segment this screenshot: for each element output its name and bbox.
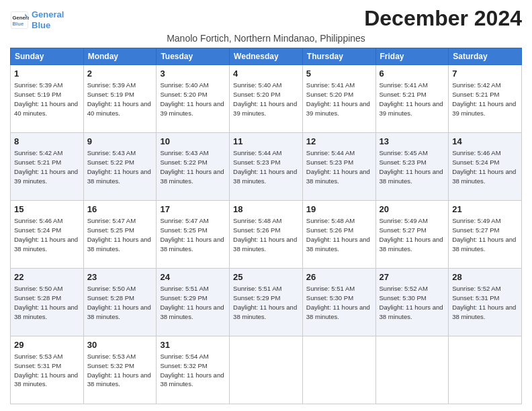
day-info: Sunrise: 5:51 AM Sunset: 5:30 PM Dayligh… <box>306 284 372 321</box>
day-number: 17 <box>160 203 226 216</box>
calendar-cell: 6 Sunrise: 5:41 AM Sunset: 5:21 PM Dayli… <box>375 65 449 133</box>
calendar-cell: 15 Sunrise: 5:46 AM Sunset: 5:24 PM Dayl… <box>11 201 84 269</box>
col-saturday: Saturday <box>449 48 522 65</box>
day-number: 21 <box>452 203 518 216</box>
calendar-cell: 7 Sunrise: 5:42 AM Sunset: 5:21 PM Dayli… <box>449 65 522 133</box>
day-info: Sunrise: 5:52 AM Sunset: 5:30 PM Dayligh… <box>380 284 445 321</box>
calendar-cell: 28 Sunrise: 5:52 AM Sunset: 5:31 PM Dayl… <box>449 269 522 336</box>
calendar-cell: 1 Sunrise: 5:39 AM Sunset: 5:19 PM Dayli… <box>11 65 84 133</box>
calendar-cell: 14 Sunrise: 5:46 AM Sunset: 5:24 PM Dayl… <box>449 133 522 201</box>
calendar-week-row: 15 Sunrise: 5:46 AM Sunset: 5:24 PM Dayl… <box>11 201 522 269</box>
day-number: 27 <box>380 271 445 283</box>
day-number: 25 <box>233 271 299 283</box>
day-info: Sunrise: 5:43 AM Sunset: 5:22 PM Dayligh… <box>87 148 153 185</box>
calendar-cell <box>230 336 303 404</box>
day-info: Sunrise: 5:51 AM Sunset: 5:29 PM Dayligh… <box>160 284 226 321</box>
location-subtitle: Manolo Fortich, Northern Mindanao, Phili… <box>10 33 522 44</box>
calendar-week-row: 22 Sunrise: 5:50 AM Sunset: 5:28 PM Dayl… <box>11 269 522 336</box>
day-number: 2 <box>87 68 153 80</box>
page-header: General Blue General Blue December 2024 <box>10 7 522 30</box>
day-info: Sunrise: 5:41 AM Sunset: 5:21 PM Dayligh… <box>380 81 445 118</box>
calendar-cell: 22 Sunrise: 5:50 AM Sunset: 5:28 PM Dayl… <box>11 269 84 336</box>
day-info: Sunrise: 5:41 AM Sunset: 5:20 PM Dayligh… <box>306 81 372 118</box>
day-number: 8 <box>14 136 80 148</box>
logo-icon: General Blue <box>10 11 29 30</box>
calendar-cell: 30 Sunrise: 5:53 AM Sunset: 5:32 PM Dayl… <box>83 336 157 404</box>
day-number: 10 <box>160 136 226 148</box>
day-number: 24 <box>160 271 226 283</box>
day-number: 29 <box>14 339 80 351</box>
logo-text-line2: Blue <box>32 20 64 31</box>
day-info: Sunrise: 5:43 AM Sunset: 5:22 PM Dayligh… <box>160 148 226 185</box>
day-info: Sunrise: 5:52 AM Sunset: 5:31 PM Dayligh… <box>452 284 518 321</box>
day-info: Sunrise: 5:46 AM Sunset: 5:24 PM Dayligh… <box>14 216 80 253</box>
calendar-cell: 24 Sunrise: 5:51 AM Sunset: 5:29 PM Dayl… <box>157 269 230 336</box>
day-info: Sunrise: 5:42 AM Sunset: 5:21 PM Dayligh… <box>14 148 80 185</box>
day-number: 15 <box>14 203 80 216</box>
day-info: Sunrise: 5:54 AM Sunset: 5:32 PM Dayligh… <box>160 352 226 389</box>
day-info: Sunrise: 5:39 AM Sunset: 5:19 PM Dayligh… <box>14 81 80 118</box>
day-info: Sunrise: 5:49 AM Sunset: 5:27 PM Dayligh… <box>452 216 518 253</box>
day-number: 20 <box>380 203 445 216</box>
day-number: 23 <box>87 271 153 283</box>
calendar-cell: 21 Sunrise: 5:49 AM Sunset: 5:27 PM Dayl… <box>449 201 522 269</box>
day-number: 18 <box>233 203 299 216</box>
day-number: 22 <box>14 271 80 283</box>
calendar-week-row: 29 Sunrise: 5:53 AM Sunset: 5:31 PM Dayl… <box>11 336 522 404</box>
title-block: December 2024 <box>364 7 522 30</box>
calendar-page: General Blue General Blue December 2024 … <box>0 0 532 411</box>
calendar-cell: 13 Sunrise: 5:45 AM Sunset: 5:23 PM Dayl… <box>375 133 449 201</box>
day-number: 16 <box>87 203 153 216</box>
calendar-header-row: Sunday Monday Tuesday Wednesday Thursday… <box>11 48 522 65</box>
calendar-cell: 11 Sunrise: 5:44 AM Sunset: 5:23 PM Dayl… <box>230 133 303 201</box>
day-info: Sunrise: 5:51 AM Sunset: 5:29 PM Dayligh… <box>233 284 299 321</box>
calendar-cell <box>302 336 375 404</box>
calendar-cell: 31 Sunrise: 5:54 AM Sunset: 5:32 PM Dayl… <box>157 336 230 404</box>
day-info: Sunrise: 5:48 AM Sunset: 5:26 PM Dayligh… <box>233 216 299 253</box>
day-number: 11 <box>233 136 299 148</box>
day-number: 12 <box>306 136 372 148</box>
day-number: 14 <box>452 136 518 148</box>
calendar-cell: 17 Sunrise: 5:47 AM Sunset: 5:25 PM Dayl… <box>157 201 230 269</box>
day-number: 26 <box>306 271 372 283</box>
calendar-cell: 27 Sunrise: 5:52 AM Sunset: 5:30 PM Dayl… <box>375 269 449 336</box>
day-number: 30 <box>87 339 153 351</box>
day-number: 3 <box>160 68 226 80</box>
day-number: 5 <box>306 68 372 80</box>
calendar-cell: 19 Sunrise: 5:48 AM Sunset: 5:26 PM Dayl… <box>302 201 375 269</box>
day-info: Sunrise: 5:46 AM Sunset: 5:24 PM Dayligh… <box>452 148 518 185</box>
calendar-cell: 4 Sunrise: 5:40 AM Sunset: 5:20 PM Dayli… <box>230 65 303 133</box>
calendar-cell: 5 Sunrise: 5:41 AM Sunset: 5:20 PM Dayli… <box>302 65 375 133</box>
col-tuesday: Tuesday <box>157 48 230 65</box>
col-thursday: Thursday <box>302 48 375 65</box>
calendar-cell: 9 Sunrise: 5:43 AM Sunset: 5:22 PM Dayli… <box>83 133 157 201</box>
day-number: 19 <box>306 203 372 216</box>
day-info: Sunrise: 5:39 AM Sunset: 5:19 PM Dayligh… <box>87 81 153 118</box>
calendar-cell: 20 Sunrise: 5:49 AM Sunset: 5:27 PM Dayl… <box>375 201 449 269</box>
day-info: Sunrise: 5:53 AM Sunset: 5:32 PM Dayligh… <box>87 352 153 389</box>
svg-text:Blue: Blue <box>13 20 24 26</box>
calendar-cell: 26 Sunrise: 5:51 AM Sunset: 5:30 PM Dayl… <box>302 269 375 336</box>
day-number: 4 <box>233 68 299 80</box>
day-number: 28 <box>452 271 518 283</box>
calendar-cell <box>449 336 522 404</box>
col-friday: Friday <box>375 48 449 65</box>
day-info: Sunrise: 5:42 AM Sunset: 5:21 PM Dayligh… <box>452 81 518 118</box>
calendar-cell: 29 Sunrise: 5:53 AM Sunset: 5:31 PM Dayl… <box>11 336 84 404</box>
day-info: Sunrise: 5:47 AM Sunset: 5:25 PM Dayligh… <box>160 216 226 253</box>
calendar-cell: 8 Sunrise: 5:42 AM Sunset: 5:21 PM Dayli… <box>11 133 84 201</box>
day-info: Sunrise: 5:44 AM Sunset: 5:23 PM Dayligh… <box>233 148 299 185</box>
day-number: 13 <box>380 136 445 148</box>
calendar-cell: 2 Sunrise: 5:39 AM Sunset: 5:19 PM Dayli… <box>83 65 157 133</box>
day-info: Sunrise: 5:48 AM Sunset: 5:26 PM Dayligh… <box>306 216 372 253</box>
day-number: 7 <box>452 68 518 80</box>
calendar-cell: 23 Sunrise: 5:50 AM Sunset: 5:28 PM Dayl… <box>83 269 157 336</box>
day-info: Sunrise: 5:44 AM Sunset: 5:23 PM Dayligh… <box>306 148 372 185</box>
day-info: Sunrise: 5:53 AM Sunset: 5:31 PM Dayligh… <box>14 352 80 389</box>
col-monday: Monday <box>83 48 157 65</box>
calendar-cell: 16 Sunrise: 5:47 AM Sunset: 5:25 PM Dayl… <box>83 201 157 269</box>
calendar-cell: 18 Sunrise: 5:48 AM Sunset: 5:26 PM Dayl… <box>230 201 303 269</box>
calendar-cell <box>375 336 449 404</box>
logo-text-line1: General <box>32 9 64 20</box>
day-number: 1 <box>14 68 80 80</box>
